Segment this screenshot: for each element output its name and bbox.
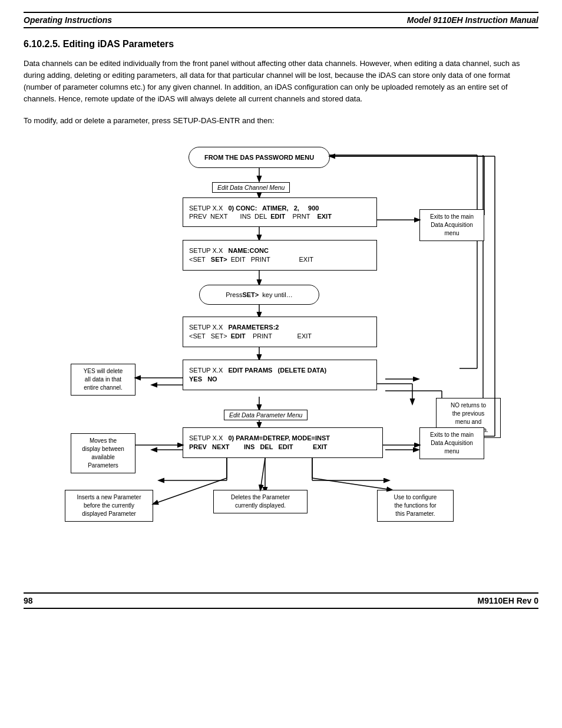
footer-page-number: 98	[24, 596, 33, 605]
footer-model: M9110EH Rev 0	[477, 596, 538, 605]
edit-param-menu-label: Edit Data Parameter Menu	[224, 410, 308, 420]
svg-line-39	[312, 478, 392, 490]
page: Operating Instructions Model 9110EH Inst…	[0, 0, 562, 728]
note-configure: Use to configure the functions for this …	[377, 490, 454, 522]
section-title: 6.10.2.5. Editing iDAS Parameters	[24, 39, 538, 50]
page-footer: 98 M9110EH Rev 0	[24, 592, 538, 609]
edit-channel-menu-label: Edit Data Channel Menu	[212, 182, 290, 193]
intro-text: To modify, add or delete a parameter, pr…	[24, 115, 538, 127]
header-left: Operating Instructions	[24, 15, 112, 25]
box-setup4: SETUP X.X EDIT PARAMS (DELETE DATA) YES …	[183, 360, 377, 390]
box-setup5: SETUP X.X 0) PARAM=DETREP, MODE=INST PRE…	[183, 427, 383, 458]
note-moves: Moves the display between available Para…	[71, 433, 135, 473]
flowchart-diagram: FROM THE DAS PASSWORD MENU Edit Data Cha…	[24, 139, 538, 575]
box-setup3: SETUP X.X PARAMETERS:2 <SET SET> EDIT PR…	[183, 317, 377, 347]
header-right: Model 9110EH Instruction Manual	[407, 15, 538, 25]
note-deletes: Deletes the Parameter currently displaye…	[213, 490, 308, 513]
box-from-das: FROM THE DAS PASSWORD MENU	[189, 147, 330, 168]
note-yes: YES will delete all data in that entire …	[71, 364, 135, 396]
note-inserts: Inserts a new Parameter before the curre…	[65, 490, 153, 522]
note-exits-main2: Exits to the main Data Acquisition menu	[419, 427, 484, 459]
box-setup1: SETUP X.X 0) CONC: ATIMER, 2, 900 PREV N…	[183, 197, 377, 227]
note-exits-main1: Exits to the main Data Acquisition menu	[419, 209, 484, 241]
page-header: Operating Instructions Model 9110EH Inst…	[24, 12, 538, 28]
box-setup2: SETUP X.X NAME:CONC <SET SET> EDIT PRINT…	[183, 240, 377, 271]
box-press-set: Press SET> key until…	[199, 285, 319, 305]
body-text: Data channels can be edited individually…	[24, 58, 538, 106]
svg-line-37	[260, 458, 265, 490]
